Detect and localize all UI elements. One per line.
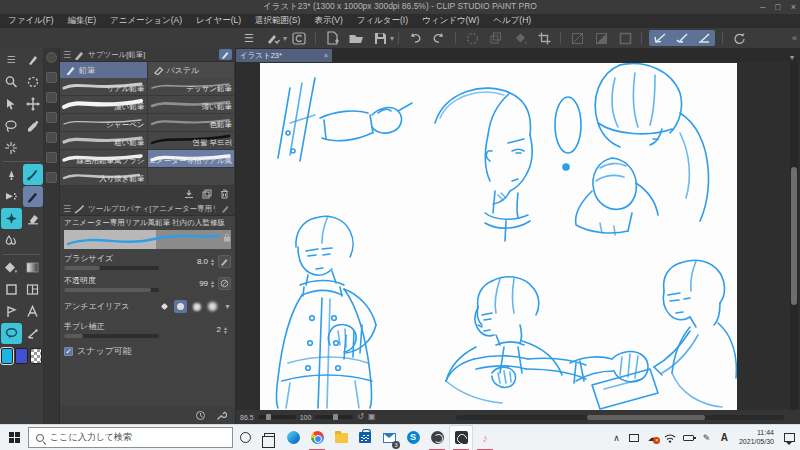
brush-size-slider[interactable]	[64, 266, 159, 270]
antialias-strong-option[interactable]	[206, 300, 219, 313]
menu-view[interactable]: 表示(V)	[314, 15, 342, 27]
opacity-stepper[interactable]: ▲▼	[210, 280, 215, 288]
pencil-tool-icon[interactable]	[23, 186, 44, 207]
ruler-tool-icon[interactable]	[23, 323, 44, 344]
subtool-item[interactable]: 粗い鉛筆	[60, 132, 148, 150]
chevron-down-icon[interactable]: ▾	[790, 53, 794, 62]
fill-tool-icon[interactable]	[1, 257, 22, 278]
brush-tool-icon[interactable]	[23, 164, 44, 185]
clip-studio-paint-taskbar-icon[interactable]	[449, 425, 473, 450]
tool-property-pen-tab-icon[interactable]	[219, 203, 232, 214]
zoom-slider[interactable]	[258, 415, 296, 419]
subtool-item[interactable]: デッサン鉛筆	[148, 78, 236, 96]
vertical-scrollbar[interactable]	[790, 62, 798, 410]
chevron-down-icon[interactable]: ▾	[283, 34, 287, 43]
help-icon[interactable]	[729, 30, 749, 46]
stabilization-stepper[interactable]: ▲▼	[223, 326, 228, 334]
chrome-taskbar-icon[interactable]	[305, 425, 329, 450]
close-button[interactable]: ×	[791, 2, 796, 12]
stabilization-slider[interactable]	[64, 334, 159, 338]
battery-icon[interactable]	[680, 425, 697, 450]
cortana-button[interactable]	[233, 425, 257, 450]
tool-property-menu-icon[interactable]: ☰	[63, 204, 71, 214]
taskbar-search-input[interactable]: ここに入力して検索	[28, 427, 233, 448]
subtool-tab-pastel[interactable]: パステル	[148, 62, 236, 78]
reset-settings-icon[interactable]	[195, 410, 206, 421]
save-icon[interactable]	[370, 30, 390, 46]
ime-indicator[interactable]: A	[716, 425, 733, 450]
figure-tool-icon[interactable]	[1, 279, 22, 300]
antialias-medium-option[interactable]	[190, 300, 203, 313]
start-button[interactable]	[0, 425, 28, 450]
snap-to-special-ruler-icon[interactable]	[672, 30, 692, 46]
music-app-taskbar-icon[interactable]: ♪	[473, 425, 497, 450]
crop-icon[interactable]	[534, 30, 554, 46]
action-center-button[interactable]	[780, 425, 798, 450]
brush-size-value[interactable]: 8.0	[197, 257, 208, 266]
menu-animation[interactable]: アニメーション(A)	[110, 15, 182, 27]
blend-tool-icon[interactable]	[1, 230, 22, 251]
menu-help[interactable]: ヘルプ(H)	[493, 15, 531, 27]
subtool-menu-icon[interactable]: ☰	[63, 50, 71, 60]
new-document-icon[interactable]	[322, 30, 342, 46]
sub-color-swatch[interactable]	[15, 348, 27, 364]
lasso-tool-icon[interactable]	[1, 115, 22, 136]
decoration-tool-icon[interactable]	[1, 208, 22, 229]
subtool-item[interactable]: 色鉛筆	[148, 114, 236, 132]
subtool-detail-palette-icon[interactable]	[46, 92, 57, 103]
horizontal-scrollbar[interactable]	[456, 415, 784, 420]
polyline-tool-icon[interactable]	[1, 301, 22, 322]
auto-select-tool-icon[interactable]	[1, 137, 22, 158]
snap-to-ruler-icon[interactable]	[650, 30, 670, 46]
zoom-tool-icon[interactable]	[1, 71, 22, 92]
zoom-percent-value[interactable]: 86.5	[240, 414, 254, 421]
collapse-arrows-icon[interactable]: «	[792, 33, 797, 43]
clip-studio-launch-icon[interactable]	[289, 30, 309, 46]
vertical-scrollbar-thumb[interactable]	[791, 167, 797, 305]
frame-border-tool-icon[interactable]	[23, 279, 44, 300]
microsoft-store-taskbar-icon[interactable]	[353, 425, 377, 450]
wrench-settings-icon[interactable]	[216, 410, 227, 421]
subtool-item[interactable]: 線画用鉛筆風ブラシ	[60, 150, 148, 168]
marker-tool-icon[interactable]	[1, 164, 22, 185]
opacity-slider[interactable]	[64, 288, 159, 292]
eyedropper-tool-icon[interactable]	[23, 115, 44, 136]
rotate-slider[interactable]	[315, 415, 353, 419]
move-tool-icon[interactable]	[23, 93, 44, 114]
subtool-item[interactable]: 연필 부드러	[148, 132, 236, 150]
chevron-down-icon[interactable]: ▾	[390, 34, 394, 43]
horizontal-scrollbar-thumb[interactable]	[587, 415, 705, 420]
tool-palette-menu-icon[interactable]: ☰	[1, 49, 22, 70]
balloon-tool-icon[interactable]	[1, 323, 22, 344]
history-palette-icon[interactable]	[46, 152, 57, 163]
material-palette-icon[interactable]	[46, 72, 57, 83]
antialias-none-option[interactable]	[158, 300, 171, 313]
menu-edit[interactable]: 編集(E)	[68, 15, 96, 27]
subtool-item[interactable]: リアル鉛筆	[60, 78, 148, 96]
menu-file[interactable]: ファイル(F)	[8, 15, 54, 27]
task-view-button[interactable]	[257, 425, 281, 450]
layer-palette-icon[interactable]	[46, 132, 57, 143]
airbrush-tool-icon[interactable]	[1, 186, 22, 207]
chevron-down-icon[interactable]: ▼	[224, 303, 231, 310]
open-file-icon[interactable]	[346, 30, 366, 46]
fit-to-screen-icon[interactable]: ▣	[368, 413, 376, 421]
reset-rotation-icon[interactable]: ↺	[357, 413, 364, 421]
redo-icon[interactable]	[429, 30, 449, 46]
menu-selection[interactable]: 選択範囲(S)	[255, 15, 300, 27]
mail-taskbar-icon[interactable]: 3	[377, 425, 401, 450]
menu-window[interactable]: ウィンドウ(W)	[422, 15, 479, 27]
subtool-item[interactable]: 薄い鉛筆	[148, 96, 236, 114]
delete-subtool-icon[interactable]	[220, 189, 229, 199]
clip-studio-taskbar-icon[interactable]	[425, 425, 449, 450]
timeline-palette-icon[interactable]	[46, 172, 57, 183]
onedrive-error-icon[interactable]: ☁	[644, 425, 661, 450]
subtool-tab-pencil[interactable]: 鉛筆	[60, 62, 148, 78]
import-subtool-icon[interactable]	[184, 189, 194, 199]
menu-layer[interactable]: レイヤー(L)	[196, 15, 241, 27]
eraser-tool-icon[interactable]	[23, 208, 44, 229]
text-tool-icon[interactable]	[23, 301, 44, 322]
hidden-icons-chevron[interactable]: ∧	[608, 425, 625, 450]
canvas-viewport[interactable]	[236, 62, 800, 410]
rotate-value[interactable]: 100	[300, 414, 312, 421]
